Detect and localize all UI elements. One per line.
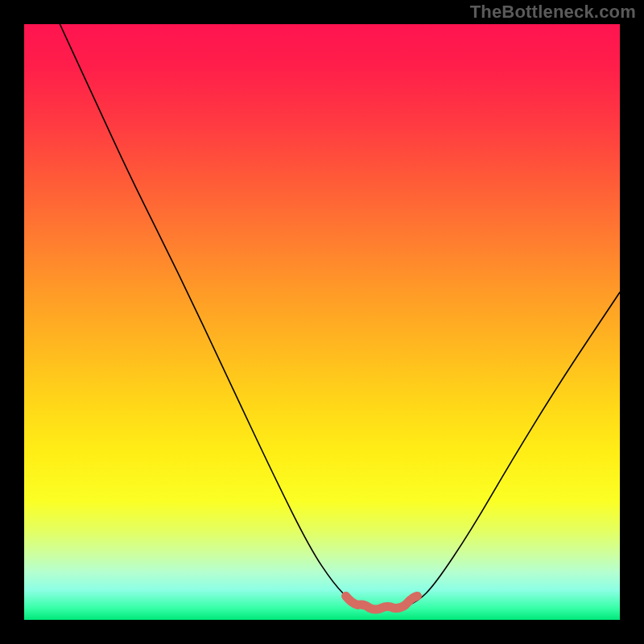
watermark-text: TheBottleneck.com <box>470 2 636 23</box>
plot-area <box>24 24 620 620</box>
bottleneck-curve-line <box>60 24 620 608</box>
chart-frame: TheBottleneck.com <box>0 0 644 644</box>
optimal-highlight-squiggle <box>346 596 418 609</box>
chart-svg <box>24 24 620 620</box>
